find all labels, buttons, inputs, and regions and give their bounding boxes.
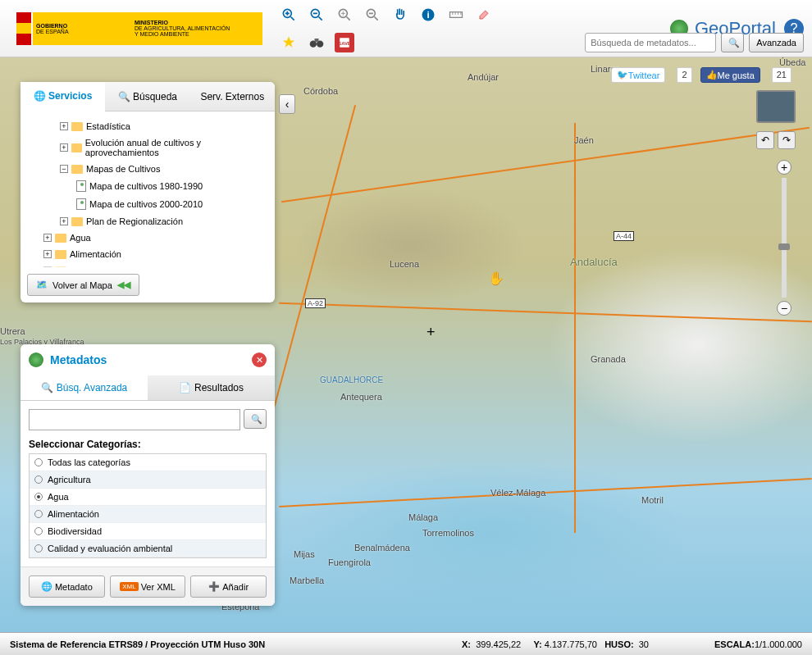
metadata-title: Metadatos	[50, 353, 245, 366]
tree-alimentacion[interactable]: +Alimentación	[27, 246, 268, 262]
city-fuengirola: Fuengirola	[328, 557, 371, 567]
metadata-filter-input[interactable]	[29, 409, 240, 430]
facebook-count: 21	[772, 67, 791, 83]
road-label-a92: A-92	[305, 298, 326, 308]
city-antequera: Antequera	[340, 392, 382, 402]
city-velez: Vélez-Málaga	[490, 488, 545, 498]
pan-icon[interactable]	[390, 5, 410, 25]
services-panel: 🌐Servicios 🔍Búsqueda Serv. Externos +Est…	[21, 82, 275, 302]
city-andujar: Andújar	[468, 72, 499, 82]
pan-cursor-icon: ✋	[488, 271, 504, 286]
panel-collapse-button[interactable]: ‹	[279, 94, 295, 114]
facebook-like-button[interactable]: 👍 Me gusta	[700, 67, 760, 83]
back-to-map-button[interactable]: 🗺️Volver al Mapa◀◀	[27, 274, 139, 296]
city-cordoba: Córdoba	[303, 86, 338, 96]
categories-label: Seleccionar Categorías:	[29, 439, 267, 450]
city-granada: Granada	[591, 354, 626, 364]
metadata-filter-button[interactable]: 🔍	[244, 409, 267, 429]
binoculars-icon[interactable]	[307, 33, 326, 52]
svg-text:i: i	[427, 9, 429, 20]
zoom-slider[interactable]: + −	[777, 160, 791, 316]
tree-estadistica[interactable]: +Estadística	[27, 118, 268, 134]
favorite-icon[interactable]	[279, 33, 299, 52]
tree-mapa2[interactable]: Mapa de cultivos 2000-2010	[27, 195, 268, 213]
city-jaen: Jaén	[574, 135, 594, 145]
tab-externos[interactable]: Serv. Externos	[190, 82, 275, 111]
history-back-button[interactable]: ↶	[756, 131, 774, 149]
layer-tree[interactable]: +Estadística +Evolución anual de cultivo…	[21, 111, 275, 267]
twitter-count: 2	[677, 67, 691, 83]
tree-mapas[interactable]: −Mapas de Cultivos	[27, 161, 268, 177]
advanced-search-button[interactable]: Avanzada	[749, 33, 804, 52]
city-malaga: Málaga	[408, 512, 438, 522]
zoom-in-icon[interactable]	[279, 5, 299, 25]
city-ubeda: Úbeda	[779, 57, 805, 67]
metadata-search-input[interactable]	[585, 33, 716, 52]
city-motril: Motril	[641, 495, 664, 505]
spain-flag-icon	[16, 12, 31, 45]
gov-label: GOBIERNODE ESPAÑA	[33, 12, 131, 45]
tab-servicios[interactable]: 🌐Servicios	[21, 82, 105, 111]
add-button[interactable]: ➕ Añadir	[190, 575, 267, 598]
categories-list: Todas las categorías Agricultura Agua Al…	[29, 453, 267, 558]
cat-calidad[interactable]: Calidad y evaluación ambiental	[30, 540, 266, 557]
city-utrera: Utrera	[0, 326, 25, 336]
zoom-out-icon[interactable]	[307, 5, 326, 25]
twitter-button[interactable]: 🐦 Twittear	[611, 67, 666, 83]
eraser-icon[interactable]	[474, 5, 494, 25]
tree-evolucion[interactable]: +Evolución anual de cultivos y aprovecha…	[27, 134, 268, 161]
city-benalmadena: Benalmádena	[354, 543, 410, 553]
tree-mapa1[interactable]: Mapa de cultivos 1980-1990	[27, 177, 268, 195]
svg-text:SAVE: SAVE	[338, 40, 351, 45]
coordinates: X: 399.425,22 Y: 4.137.775,70 HUSO: 30	[462, 639, 649, 649]
svg-rect-6	[450, 11, 463, 17]
tab-advanced-search[interactable]: 🔍 Búsq. Avanzada	[21, 375, 148, 400]
region-andalucia: Andalucía	[570, 256, 618, 268]
status-bar: Sistema de Referencia ETRS89 / Proyecció…	[0, 632, 812, 655]
government-logo: GOBIERNODE ESPAÑA MINISTERIODE AGRICULTU…	[16, 8, 262, 49]
cat-biodiversidad[interactable]: Biodiversidad	[30, 523, 266, 540]
zoom-next-icon[interactable]	[363, 5, 382, 25]
view-xml-button[interactable]: XML Ver XML	[110, 575, 186, 598]
overview-map[interactable]	[756, 90, 796, 123]
cat-all[interactable]: Todas las categorías	[30, 454, 266, 471]
metadata-button[interactable]: 🌐 Metadato	[29, 575, 105, 598]
history-forward-button[interactable]: ↷	[778, 131, 796, 149]
cat-agua[interactable]: Agua	[30, 489, 266, 506]
info-icon[interactable]: i	[418, 5, 438, 25]
zoom-prev-icon[interactable]	[335, 5, 354, 25]
tab-results[interactable]: 📄 Resultados	[148, 375, 275, 400]
tab-busqueda[interactable]: 🔍Búsqueda	[105, 82, 189, 111]
metadata-panel: Metadatos ✕ 🔍 Búsq. Avanzada 📄 Resultado…	[21, 344, 275, 606]
cat-agricultura[interactable]: Agricultura	[30, 471, 266, 489]
crosshair-icon: +	[427, 324, 436, 341]
svg-rect-9	[315, 39, 319, 42]
tree-banco[interactable]: +Banco de Datos de la Naturaleza (BDN)	[27, 262, 268, 267]
tree-agua[interactable]: +Agua	[27, 230, 268, 246]
tree-plan[interactable]: +Plan de Regionalización	[27, 213, 268, 230]
road-label-a44: A-44	[614, 231, 634, 241]
cat-alimentacion[interactable]: Alimentación	[30, 506, 266, 523]
river-guadalhorce: GUADALHORCE	[320, 375, 383, 384]
city-lucena: Lucena	[390, 259, 419, 269]
zoom-out-button[interactable]: −	[777, 301, 791, 316]
zoom-track[interactable]	[782, 178, 787, 298]
city-marbella: Marbella	[290, 575, 324, 585]
zoom-in-button[interactable]: +	[777, 160, 791, 175]
save-icon[interactable]: SAVE	[335, 33, 354, 52]
city-mijas: Mijas	[294, 549, 315, 559]
measure-icon[interactable]	[446, 5, 466, 25]
ministry-label: MINISTERIODE AGRICULTURA, ALIMENTACIÓNY …	[131, 12, 262, 45]
search-button[interactable]: 🔍	[721, 33, 744, 52]
city-torremolinos: Torremolinos	[422, 528, 474, 538]
scale-display: ESCALA:1/1.000.000	[714, 639, 802, 649]
zoom-handle[interactable]	[778, 243, 790, 250]
globe-icon	[29, 353, 43, 367]
close-button[interactable]: ✕	[252, 353, 267, 367]
projection-label: Sistema de Referencia ETRS89 / Proyecció…	[10, 639, 265, 649]
